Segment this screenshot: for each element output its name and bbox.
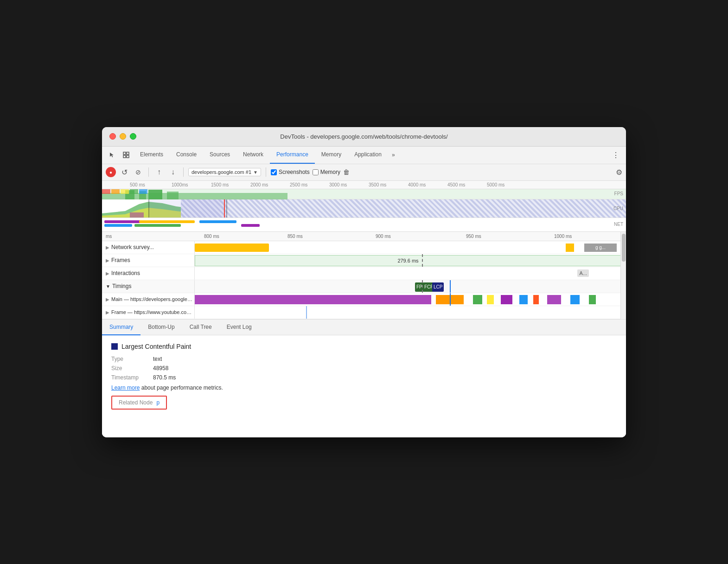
svg-rect-15 — [241, 224, 260, 227]
collapse-triangle-timings[interactable]: ▼ — [106, 284, 110, 289]
tab-console[interactable]: Console — [170, 146, 203, 164]
devtools-window: DevTools - developers.google.com/web/too… — [102, 127, 626, 437]
ruler-4500ms: 4500 ms — [447, 182, 465, 187]
frame-label-col[interactable]: ▶ Frame — https://www.youtube.com/embed/… — [102, 306, 195, 319]
toolbar-separator-2 — [183, 167, 184, 177]
tab-memory[interactable]: Memory — [315, 146, 348, 164]
size-row: Size 48958 — [111, 365, 617, 372]
devtools-menu-button[interactable]: ⋮ — [609, 148, 622, 161]
settings-button[interactable]: ⚙ — [616, 168, 622, 177]
note-text: about page performance metrics. — [141, 385, 223, 391]
svg-rect-3 — [127, 155, 129, 158]
devtools-body: Elements Console Sources Network Perform… — [102, 147, 626, 437]
performance-toolbar: ● ↺ ⊘ ↑ ↓ developers.google.com #1 ▼ Scr… — [102, 164, 626, 181]
main-label-col[interactable]: ▶ Main — https://developers.google.com/w… — [102, 293, 195, 306]
collapse-triangle-network[interactable]: ▶ — [106, 245, 109, 250]
ruler-2500ms: 2500 ms — [290, 182, 307, 187]
svg-rect-0 — [123, 152, 126, 154]
screenshots-checkbox[interactable] — [271, 169, 277, 175]
learn-more-link[interactable]: Learn more — [111, 385, 140, 391]
ruler-800ms: 800 ms — [204, 234, 219, 239]
record-button[interactable]: ● — [106, 167, 116, 177]
network-bar-gray: g g... — [584, 244, 617, 252]
memory-checkbox[interactable] — [313, 169, 319, 175]
network-bar-small — [566, 244, 574, 252]
cursor-icon-btn[interactable] — [106, 148, 119, 161]
frames-label[interactable]: ▶ Frames — [102, 254, 195, 267]
timeline-overview: 500 ms 1000ms 1500 ms 2000 ms 2500 ms 30… — [102, 181, 626, 232]
bottom-tabs: Summary Bottom-Up Call Tree Event Log — [102, 320, 626, 335]
type-row: Type text — [111, 356, 617, 362]
collapse-triangle-frame[interactable]: ▶ — [106, 310, 109, 315]
timings-label-col[interactable]: ▼ Timings — [102, 280, 195, 293]
clear-button[interactable]: ⊘ — [133, 167, 144, 178]
inspect-icon-btn[interactable] — [120, 148, 133, 161]
ruler-ms-label: ms — [106, 234, 112, 239]
network-bar-main — [195, 244, 269, 252]
download-button[interactable]: ↓ — [167, 167, 179, 178]
frames-duration-bar: 279.6 ms — [195, 255, 621, 266]
tab-bottom-up[interactable]: Bottom-Up — [140, 320, 182, 335]
interactions-label-col[interactable]: ▶ Interactions — [102, 267, 195, 280]
tab-sources[interactable]: Sources — [203, 146, 236, 164]
related-node-label: Related Node — [119, 399, 153, 406]
frame-row: ▶ Frame — https://www.youtube.com/embed/… — [102, 306, 626, 319]
minimize-button[interactable] — [120, 133, 126, 140]
summary-panel: Largest Contentful Paint Type text Size … — [102, 335, 626, 437]
tab-summary[interactable]: Summary — [102, 320, 140, 335]
network-survey-label[interactable]: ▶ Network survey... — [102, 241, 195, 254]
ruler-1000ms: 1000ms — [172, 182, 188, 187]
ruler-900ms: 900 ms — [376, 234, 391, 239]
tab-network[interactable]: Network — [236, 146, 270, 164]
toolbar-separator-1 — [148, 167, 149, 177]
ruler-950ms: 950 ms — [466, 234, 481, 239]
url-select[interactable]: developers.google.com #1 ▼ — [188, 168, 261, 176]
ruler-5000ms: 5000 ms — [487, 182, 504, 187]
scrollbar-thumb[interactable] — [622, 234, 626, 262]
tab-performance[interactable]: Performance — [270, 146, 315, 164]
tab-more[interactable]: » — [388, 146, 399, 164]
traffic-lights — [109, 133, 136, 140]
close-button[interactable] — [109, 133, 116, 140]
frames-track: 279.6 ms — [195, 254, 626, 267]
timeline-scrollbar[interactable] — [620, 232, 626, 319]
cpu-label: CPU — [613, 206, 623, 211]
collapse-triangle-main[interactable]: ▶ — [106, 297, 109, 302]
main-bar-blue — [519, 295, 528, 304]
main-blue-line — [450, 293, 451, 306]
selection-range[interactable] — [148, 199, 227, 218]
related-node-container: Related Node p — [111, 396, 167, 410]
reload-button[interactable]: ↺ — [119, 167, 130, 178]
net-track: NET — [102, 218, 626, 232]
toolbar-separator-3 — [266, 167, 266, 177]
tab-call-tree[interactable]: Call Tree — [182, 320, 219, 335]
net-label: NET — [614, 222, 623, 227]
svg-rect-11 — [104, 224, 132, 227]
timings-row: ▼ Timings FP FCP LCP — [102, 280, 626, 293]
collapse-triangle-interactions[interactable]: ▶ — [106, 271, 109, 276]
detail-ruler: ms 800 ms 850 ms 900 ms 950 ms 1000 ms — [102, 232, 626, 241]
ruler-850ms: 850 ms — [287, 234, 303, 239]
summary-title-text: Largest Contentful Paint — [121, 343, 191, 350]
tab-elements[interactable]: Elements — [134, 146, 170, 164]
timestamp-value: 870.5 ms — [153, 374, 176, 381]
red-marker — [224, 199, 225, 218]
related-node-value[interactable]: p — [156, 399, 160, 406]
type-value: text — [153, 356, 162, 362]
main-bar-blue2 — [570, 295, 580, 304]
memory-checkbox-label[interactable]: Memory — [313, 169, 340, 175]
maximize-button[interactable] — [130, 133, 136, 140]
svg-rect-1 — [127, 152, 129, 154]
main-bar-yellow — [487, 295, 494, 304]
screenshots-checkbox-label[interactable]: Screenshots — [271, 169, 310, 175]
tab-event-log[interactable]: Event Log — [219, 320, 259, 335]
upload-button[interactable]: ↑ — [153, 167, 165, 178]
interaction-label: A... — [577, 269, 589, 277]
nav-tabs: Elements Console Sources Network Perform… — [102, 147, 626, 164]
ruler-3500ms: 3500 ms — [369, 182, 386, 187]
frame-track — [195, 306, 626, 319]
clear-recordings-button[interactable]: 🗑 — [343, 168, 350, 176]
size-label: Size — [111, 365, 153, 372]
tab-application[interactable]: Application — [348, 146, 388, 164]
collapse-triangle-frames[interactable]: ▶ — [106, 258, 109, 263]
